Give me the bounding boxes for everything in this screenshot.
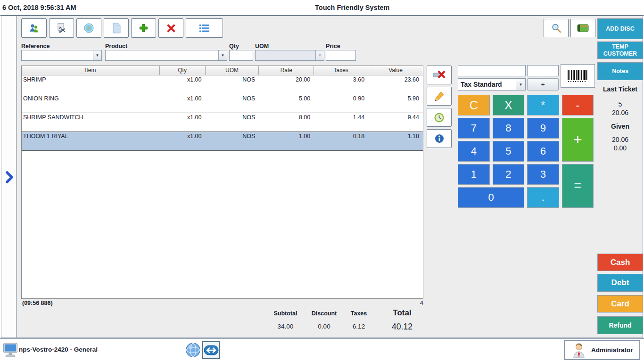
column-header-uom[interactable]: UOM (206, 66, 259, 75)
price-input[interactable] (326, 50, 356, 61)
total-block: Total 40.12 (381, 308, 423, 332)
uom-select[interactable]: ▼ (255, 50, 324, 61)
add-tax-button[interactable]: + (527, 78, 559, 90)
key-9[interactable]: 9 (527, 118, 559, 139)
key-multiply[interactable]: X (493, 95, 525, 115)
key-decimal[interactable]: . (527, 187, 559, 208)
total-value: 40.12 (381, 322, 423, 332)
search-icon (551, 23, 562, 34)
pos-window: 6 Oct, 2018 9:56:31 AM Touch Friendly Sy… (0, 0, 644, 362)
add-icon (139, 23, 149, 33)
terminal-button[interactable] (3, 341, 18, 361)
add-disc-button[interactable]: ADD DISC (597, 18, 643, 39)
customers-button[interactable] (21, 18, 47, 38)
remove-line-button[interactable] (427, 66, 452, 84)
column-header-taxes[interactable]: Taxes (314, 66, 368, 75)
key-8[interactable]: 8 (493, 118, 525, 139)
key-6[interactable]: 6 (527, 141, 559, 162)
tax-select[interactable]: Tax Standard ▼ (458, 78, 526, 90)
hold-time-button[interactable] (427, 108, 452, 127)
key-plus[interactable]: + (562, 118, 594, 162)
chevron-down-icon[interactable]: ▼ (93, 50, 101, 60)
network-status-button[interactable] (185, 342, 201, 360)
last-ticket-amount: 20.06 (597, 109, 643, 116)
column-header-qty[interactable]: Qty (160, 66, 206, 75)
keypad-aux-input[interactable] (527, 65, 559, 76)
order-list-button[interactable] (186, 18, 223, 38)
column-header-rate[interactable]: Rate (259, 66, 314, 75)
notes-button[interactable]: Notes (597, 62, 643, 80)
edit-line-button[interactable] (427, 87, 452, 106)
cell-qty: x1.00 (160, 132, 206, 150)
cell-item: THOOM 1 RIYAL (22, 132, 160, 150)
reference-select[interactable]: ▼ (21, 50, 102, 61)
table-row[interactable]: THOOM 1 RIYAL x1.00 NOS 1.00 0.18 1.18 (22, 132, 423, 151)
void-receipt-button[interactable] (49, 18, 74, 38)
edit-order-button[interactable] (76, 18, 101, 38)
keypad-entry-input[interactable] (458, 65, 526, 76)
current-user-button[interactable]: Administrator (564, 340, 640, 360)
chevron-right-icon (5, 171, 14, 184)
tax-selected-value: Tax Standard (458, 81, 516, 88)
cell-uom: NOS (206, 75, 259, 94)
ticket-timer: (09:56 886) (22, 300, 53, 306)
customers-icon (29, 23, 40, 33)
key-2[interactable]: 2 (493, 164, 525, 185)
price-label: Price (326, 43, 340, 49)
cell-value: 9.44 (368, 113, 423, 132)
search-button[interactable] (544, 19, 569, 37)
key-clear[interactable]: C (458, 95, 490, 115)
add-item-button[interactable] (131, 18, 156, 38)
chevron-down-icon: ▼ (315, 50, 324, 60)
cell-rate: 5.00 (259, 94, 314, 113)
column-header-item[interactable]: Item (22, 66, 160, 75)
key-3[interactable]: 3 (527, 164, 559, 185)
new-receipt-button[interactable] (104, 18, 129, 38)
subtotal-block: Subtotal 34.00 (263, 310, 308, 330)
key-5[interactable]: 5 (493, 141, 525, 162)
key-minus[interactable]: - (562, 95, 594, 115)
qty-label: Qty (229, 43, 239, 49)
product-label: Product (105, 43, 127, 49)
table-row[interactable]: SHRIMP x1.00 NOS 20.00 3.60 23.60 (22, 75, 423, 94)
remote-access-button[interactable] (202, 341, 220, 359)
top-bar: 6 Oct, 2018 9:56:31 AM Touch Friendly Sy… (0, 0, 644, 16)
chevron-down-icon[interactable]: ▼ (218, 50, 227, 60)
discount-block: Discount 0.00 (304, 310, 344, 330)
main-panel: Reference Product Qty UOM Price ▼ ▼ ▼ It… (1, 16, 643, 338)
delete-item-button[interactable] (158, 18, 183, 38)
labels-book-icon (577, 23, 589, 33)
total-label: Total (381, 308, 423, 318)
table-row[interactable]: ONION RING x1.00 NOS 5.00 0.90 5.90 (22, 94, 423, 113)
labels-button[interactable] (570, 19, 595, 37)
table-header: Item Qty UOM Rate Taxes Value (22, 66, 423, 75)
refund-button[interactable]: Refund (597, 316, 643, 334)
key-asterisk[interactable]: * (527, 95, 559, 115)
expand-sidebar-button[interactable] (5, 171, 14, 186)
given-amount: 20.06 (597, 136, 643, 143)
card-button[interactable]: Card (597, 295, 643, 313)
datetime-display: 6 Oct, 2018 9:56:31 AM (2, 4, 76, 11)
given-label: Given (597, 123, 643, 130)
collapsed-sidebar (1, 16, 17, 337)
key-0[interactable]: 0 (458, 187, 524, 208)
numpad: C X * - 7 8 9 + 4 5 6 1 2 3 = 0 . (458, 95, 594, 208)
temp-customer-button[interactable]: TEMP CUSTOMER (597, 41, 643, 59)
product-select[interactable]: ▼ (105, 50, 227, 61)
key-1[interactable]: 1 (458, 164, 490, 185)
void-receipt-icon (56, 23, 67, 33)
key-7[interactable]: 7 (458, 118, 490, 139)
qty-input[interactable] (229, 50, 253, 61)
chevron-down-icon[interactable]: ▼ (516, 79, 525, 90)
key-4[interactable]: 4 (458, 141, 490, 162)
debt-button[interactable]: Debt (597, 274, 643, 292)
line-info-button[interactable] (427, 129, 452, 148)
edit-circle-icon (83, 23, 94, 33)
table-row[interactable]: SHRIMP SANDWITCH x1.00 NOS 8.00 1.44 9.4… (22, 113, 423, 132)
cell-rate: 20.00 (259, 75, 314, 94)
cell-rate: 8.00 (259, 113, 314, 132)
key-equals[interactable]: = (562, 164, 594, 208)
cash-button[interactable]: Cash (597, 254, 643, 271)
column-header-value[interactable]: Value (368, 66, 423, 75)
barcode-button[interactable] (561, 64, 595, 88)
